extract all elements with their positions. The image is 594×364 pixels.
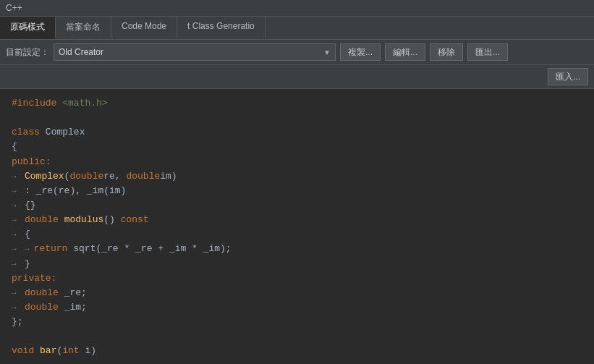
tab-filename[interactable]: 當案命名 (56, 17, 111, 39)
code-line-blank (12, 329, 582, 344)
arrow-icon: → (12, 258, 20, 271)
code-line: → double modulus () const (12, 213, 582, 227)
code-line: → → return sqrt(_re * _re + _im * _im); (12, 242, 582, 256)
code-line: → Complex ( double re, double im) (12, 169, 582, 184)
code-line: → { (12, 227, 582, 242)
toolbar2: 匯入... (0, 65, 594, 89)
import-button[interactable]: 匯入... (548, 68, 588, 85)
tabs-bar: 原碼樣式 當案命名 Code Mode t Class Generatio (0, 17, 594, 40)
code-line: → double _re; (12, 286, 582, 300)
code-line: private: (12, 271, 582, 286)
code-line: }; (12, 315, 582, 329)
arrow-icon: → (12, 185, 20, 198)
code-line: → : _re(re), _im(im) (12, 184, 582, 198)
code-line: public: (12, 155, 582, 169)
arrow-icon2: → (25, 243, 30, 255)
code-line-blank (12, 111, 582, 125)
tab-source[interactable]: 原碼樣式 (0, 17, 56, 39)
copy-button[interactable]: 複製... (340, 43, 381, 61)
tab-classgen[interactable]: t Class Generatio (177, 17, 266, 39)
export-button[interactable]: 匯出... (467, 43, 508, 61)
edit-button[interactable]: 編輯... (385, 43, 425, 61)
arrow-icon: → (12, 243, 20, 255)
arrow-icon: → (12, 287, 20, 300)
code-line: { (12, 140, 582, 154)
arrow-icon: → (12, 229, 20, 241)
toolbar: 目前設定： Old Creator ▼ 複製... 編輯... 移除 匯出... (0, 40, 594, 65)
arrow-icon: → (12, 302, 20, 314)
remove-button[interactable]: 移除 (430, 43, 463, 61)
dropdown-value: Old Creator (59, 47, 321, 57)
code-line: #include <math.h> (12, 96, 582, 111)
tab-codemode[interactable]: Code Mode (111, 17, 177, 39)
toolbar-label: 目前設定： (6, 46, 49, 59)
arrow-icon: → (12, 171, 20, 183)
code-line: → } (12, 257, 582, 271)
title-label: C++ (6, 3, 22, 13)
chevron-down-icon: ▼ (323, 48, 331, 56)
code-line: void bar ( int i) (12, 344, 582, 358)
arrow-icon: → (12, 214, 20, 227)
preset-dropdown[interactable]: Old Creator ▼ (54, 43, 336, 61)
code-editor: #include <math.h> class Complex { public… (0, 89, 594, 358)
code-line: → {} (12, 198, 582, 213)
title-bar: C++ (0, 0, 594, 17)
code-line: → double _im; (12, 300, 582, 315)
code-line: class Complex (12, 125, 582, 140)
arrow-icon: → (12, 200, 20, 212)
